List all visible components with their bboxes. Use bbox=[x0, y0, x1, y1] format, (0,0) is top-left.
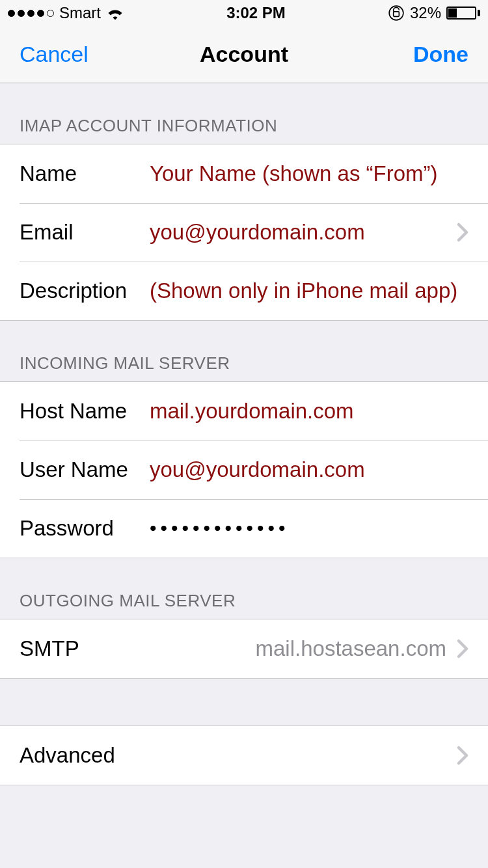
nav-bar: Cancel Account Done bbox=[0, 26, 488, 83]
incoming-password-row[interactable]: Password ••••••••••••• bbox=[0, 499, 488, 558]
spacer bbox=[0, 679, 488, 726]
incoming-password-value[interactable]: ••••••••••••• bbox=[150, 517, 468, 539]
smtp-value: mail.hostasean.com bbox=[79, 636, 457, 661]
imap-group: Name Your Name (shown as “From”) Email y… bbox=[0, 144, 488, 321]
done-button[interactable]: Done bbox=[371, 42, 468, 67]
status-bar: Smart 3:02 PM 32% bbox=[0, 0, 488, 26]
incoming-host-label: Host Name bbox=[20, 399, 150, 424]
smtp-label: SMTP bbox=[20, 636, 79, 661]
signal-strength-icon bbox=[8, 10, 54, 17]
description-row[interactable]: Description (Shown only in iPhone mail a… bbox=[0, 262, 488, 320]
orientation-lock-icon bbox=[388, 5, 405, 21]
chevron-right-icon bbox=[457, 639, 468, 658]
email-row[interactable]: Email you@yourdomain.com bbox=[0, 203, 488, 262]
svg-point-0 bbox=[389, 6, 403, 20]
section-header-imap: IMAP ACCOUNT INFORMATION bbox=[0, 83, 488, 144]
chevron-right-icon bbox=[457, 746, 468, 765]
advanced-row[interactable]: Advanced bbox=[0, 726, 488, 785]
status-time: 3:02 PM bbox=[226, 4, 286, 22]
incoming-group: Host Name mail.yourdomain.com User Name … bbox=[0, 381, 488, 558]
chevron-right-icon bbox=[457, 223, 468, 242]
email-label: Email bbox=[20, 220, 150, 245]
description-label: Description bbox=[20, 278, 150, 303]
incoming-user-row[interactable]: User Name you@yourdomain.com bbox=[0, 441, 488, 499]
incoming-user-label: User Name bbox=[20, 457, 150, 482]
svg-rect-1 bbox=[394, 12, 400, 17]
battery-icon bbox=[446, 7, 480, 20]
name-value[interactable]: Your Name (shown as “From”) bbox=[150, 161, 468, 186]
status-left: Smart bbox=[8, 4, 124, 22]
section-header-outgoing: OUTGOING MAIL SERVER bbox=[0, 558, 488, 619]
smtp-row[interactable]: SMTP mail.hostasean.com bbox=[0, 619, 488, 678]
name-row[interactable]: Name Your Name (shown as “From”) bbox=[0, 144, 488, 203]
incoming-user-value[interactable]: you@yourdomain.com bbox=[150, 457, 468, 482]
page-title: Account bbox=[117, 42, 371, 67]
incoming-host-row[interactable]: Host Name mail.yourdomain.com bbox=[0, 382, 488, 441]
advanced-group: Advanced bbox=[0, 726, 488, 785]
battery-percent: 32% bbox=[410, 4, 441, 22]
status-right: 32% bbox=[388, 4, 480, 22]
incoming-password-label: Password bbox=[20, 516, 150, 541]
incoming-host-value[interactable]: mail.yourdomain.com bbox=[150, 399, 468, 424]
wifi-icon bbox=[106, 6, 124, 20]
section-header-incoming: INCOMING MAIL SERVER bbox=[0, 321, 488, 381]
email-value[interactable]: you@yourdomain.com bbox=[150, 220, 457, 245]
outgoing-group: SMTP mail.hostasean.com bbox=[0, 619, 488, 679]
advanced-label: Advanced bbox=[20, 743, 457, 768]
name-label: Name bbox=[20, 161, 150, 186]
description-value[interactable]: (Shown only in iPhone mail app) bbox=[150, 278, 468, 303]
carrier-label: Smart bbox=[59, 4, 101, 22]
cancel-button[interactable]: Cancel bbox=[20, 42, 117, 67]
